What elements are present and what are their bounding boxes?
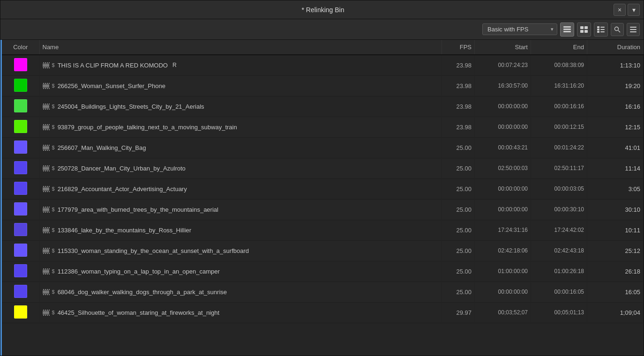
color-cell xyxy=(2,302,39,323)
menu-button[interactable]: ▾ xyxy=(628,4,640,16)
svg-rect-121 xyxy=(45,248,46,249)
clips-table: Color Name FPS Start End Duration $THIS … xyxy=(2,40,644,323)
clip-icon: $ xyxy=(43,62,55,68)
name-cell: $256607_Man_Walking_City_Bag xyxy=(39,137,442,158)
fps-cell: 23.98 xyxy=(442,75,475,96)
svg-rect-47 xyxy=(43,109,44,110)
svg-rect-105 xyxy=(49,212,50,213)
name-cell: $133846_lake_by_the_mountains_by_Ross_Hi… xyxy=(39,220,442,240)
svg-rect-64 xyxy=(43,149,49,150)
start-cell: 01:00:00:00 xyxy=(475,261,531,282)
fps-cell: 29.97 xyxy=(442,302,475,323)
table-row[interactable]: $256607_Man_Walking_City_Bag25.0000:00:4… xyxy=(2,137,644,158)
table-row[interactable]: $177979_area_with_burned_trees_by_the_mo… xyxy=(2,199,644,220)
view-detail-button[interactable] xyxy=(594,22,608,37)
clip-name: 68046_dog_walker_walking_dogs_through_a_… xyxy=(58,289,227,296)
start-cell: 00;03;52;07 xyxy=(475,302,531,323)
end-cell: 00:00:16:16 xyxy=(531,96,587,117)
svg-rect-9 xyxy=(597,29,599,30)
start-cell: 00:00:00:00 xyxy=(475,96,531,117)
end-cell: 00:08:38:09 xyxy=(531,55,587,75)
clip-icon: $ xyxy=(43,165,55,171)
svg-rect-63 xyxy=(43,146,49,147)
duration-cell: 10:11 xyxy=(587,220,644,240)
svg-rect-55 xyxy=(45,124,46,125)
table-row[interactable]: $250728_Dancer_Man_City_Urban_by_Azulrot… xyxy=(2,158,644,178)
svg-rect-146 xyxy=(43,294,44,295)
color-swatch xyxy=(14,264,27,277)
svg-rect-12 xyxy=(600,31,605,32)
svg-rect-68 xyxy=(49,145,50,146)
table-row[interactable]: $112386_woman_typing_on_a_lap_top_in_an_… xyxy=(2,261,644,282)
svg-rect-7 xyxy=(597,26,599,28)
table-row[interactable]: $266256_Woman_Sunset_Surfer_Phone23.9816… xyxy=(2,75,644,96)
svg-rect-112 xyxy=(49,227,50,228)
search-button[interactable] xyxy=(611,23,624,36)
svg-rect-54 xyxy=(43,124,44,125)
table-row[interactable]: $68046_dog_walker_walking_dogs_through_a… xyxy=(2,282,644,302)
toolbar: Basic with FPS Basic Standard ▾ xyxy=(0,19,644,40)
color-swatch xyxy=(14,305,27,319)
table-row[interactable]: $93879_group_of_people_talking_next_to_a… xyxy=(2,117,644,137)
color-cell xyxy=(2,220,39,240)
clip-name: THIS IS A CLIP FROM A RED KOMODO xyxy=(58,62,168,69)
color-swatch xyxy=(14,161,27,174)
clip-icon: $ xyxy=(43,207,55,213)
start-cell: 17:24:31:16 xyxy=(475,220,531,240)
svg-rect-134 xyxy=(49,268,50,269)
svg-rect-104 xyxy=(47,212,48,213)
table-row[interactable]: $245004_Buildings_Lights_Streets_City_by… xyxy=(2,96,644,117)
clip-name: 112386_woman_typing_on_a_lap_top_in_an_o… xyxy=(58,268,220,275)
svg-rect-141 xyxy=(43,293,49,294)
close-button[interactable]: × xyxy=(614,4,626,16)
svg-rect-149 xyxy=(49,294,50,295)
clip-name: 245004_Buildings_Lights_Streets_City_by_… xyxy=(58,103,204,110)
view-list-button[interactable] xyxy=(560,22,574,37)
table-row[interactable]: $133846_lake_by_the_mountains_by_Ross_Hi… xyxy=(2,220,644,240)
svg-rect-48 xyxy=(45,109,46,110)
table-row[interactable]: $216829_Accountant_Actor_Advertising_Act… xyxy=(2,178,644,199)
color-swatch xyxy=(14,285,27,298)
svg-rect-28 xyxy=(49,67,50,68)
table-row[interactable]: $THIS IS A CLIP FROM A RED KOMODOR23.980… xyxy=(2,55,644,75)
svg-rect-98 xyxy=(43,207,44,208)
color-cell xyxy=(2,117,39,137)
end-cell: 00:00:16:05 xyxy=(531,282,587,302)
start-cell: 00:00:43:21 xyxy=(475,137,531,158)
table-container: Color Name FPS Start End Duration $THIS … xyxy=(0,40,644,356)
svg-rect-75 xyxy=(43,170,49,171)
svg-rect-96 xyxy=(43,208,49,208)
svg-rect-26 xyxy=(45,67,46,68)
col-header-fps: FPS xyxy=(442,40,475,55)
clip-icon: $ xyxy=(43,248,55,254)
svg-rect-113 xyxy=(43,232,44,233)
svg-rect-142 xyxy=(43,289,44,290)
view-grid-button[interactable] xyxy=(577,22,591,37)
svg-rect-41 xyxy=(43,104,49,105)
svg-rect-38 xyxy=(47,88,48,89)
preset-dropdown[interactable]: Basic with FPS Basic Standard xyxy=(482,23,557,35)
svg-rect-78 xyxy=(47,165,48,166)
svg-rect-8 xyxy=(600,27,605,28)
svg-rect-82 xyxy=(47,171,48,171)
svg-rect-132 xyxy=(45,268,46,269)
svg-rect-130 xyxy=(43,273,49,274)
duration-cell: 41:01 xyxy=(587,137,644,158)
svg-rect-17 xyxy=(630,31,637,32)
svg-rect-119 xyxy=(43,252,49,253)
clip-name: 133846_lake_by_the_mountains_by_Ross_Hil… xyxy=(58,227,191,234)
svg-rect-35 xyxy=(49,83,50,84)
window-title: * Relinking Bin xyxy=(32,6,614,14)
svg-rect-97 xyxy=(43,211,49,212)
table-row[interactable]: $46425_Silhouette_of_woman_staring_at_fi… xyxy=(2,302,644,323)
color-swatch xyxy=(14,244,27,257)
table-row[interactable]: $115330_woman_standing_by_the_ocean_at_s… xyxy=(2,240,644,261)
name-cell: $245004_Buildings_Lights_Streets_City_by… xyxy=(39,96,442,117)
hamburger-menu-button[interactable] xyxy=(627,23,640,36)
svg-rect-39 xyxy=(49,88,50,89)
start-cell: 00:00:00:00 xyxy=(475,178,531,199)
color-swatch xyxy=(14,202,27,215)
start-cell: 00:07:24:23 xyxy=(475,55,531,75)
clip-icon: $ xyxy=(43,124,55,130)
svg-rect-22 xyxy=(45,62,46,63)
